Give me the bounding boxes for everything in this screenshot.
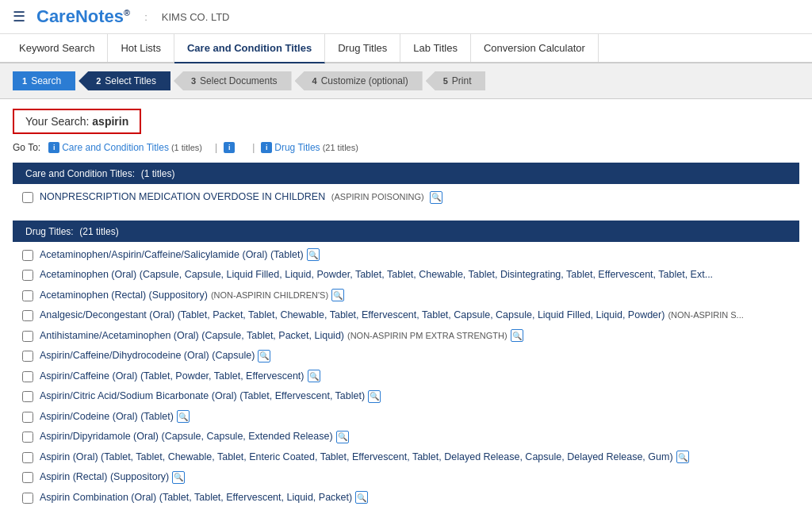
step-2-label: Select Titles [105,75,156,86]
search-term: aspirin [92,115,128,128]
goto-drug-icon: i [224,142,235,153]
drug-item-checkbox-4[interactable] [22,331,33,342]
drug-section-title: Drug Titles: [25,226,74,237]
drug-item-link-3[interactable]: Analgesic/Decongestant (Oral) (Tablet, P… [40,309,665,320]
drug-subtitle-3: (NON-ASPIRIN S... [668,310,743,320]
goto-sep1: | [215,142,217,153]
step-5: 5 Print [426,71,486,90]
drug-list-item: Aspirin/Caffeine (Oral) (Tablet, Powder,… [13,366,799,387]
drug-search-icon-5[interactable]: 🔍 [258,350,270,362]
step-1-number: 1 [22,76,27,86]
step-5-number: 5 [443,76,448,86]
drug-item-link-10[interactable]: Aspirin (Oral) (Tablet, Tablet, Chewable… [40,451,673,462]
drug-search-icon-6[interactable]: 🔍 [308,370,320,382]
header-separator: : [144,11,147,23]
brand-name: CareNotes® [36,6,130,27]
nav-drug-titles[interactable]: Drug Titles [325,34,400,62]
page-header: ☰ CareNotes® : KIMS CO. LTD [0,0,812,34]
drug-search-icon-8[interactable]: 🔍 [177,410,190,423]
drug-search-icon-12[interactable]: 🔍 [355,491,368,504]
drug-item-checkbox-0[interactable] [22,250,33,261]
drug-search-icon-4[interactable]: 🔍 [511,329,523,342]
drug-list-item: Aspirin/Caffeine/Dihydrocodeine (Oral) (… [13,346,799,366]
goto-label: Go To: [13,142,40,153]
step-3-number: 3 [191,76,196,86]
drug-item-link-8[interactable]: Aspirin/Codeine (Oral) (Tablet) [40,411,174,422]
step-4-number: 4 [312,76,317,86]
drug-item-checkbox-3[interactable] [22,310,33,321]
goto-care-icon: i [48,142,59,153]
drug-list-item: Aspirin (Rectal) (Suppository)🔍 [13,467,799,488]
drug-item-checkbox-11[interactable] [22,472,33,483]
care-item-link-0[interactable]: NONPRESCRIPTION MEDICATION OVERDOSE IN C… [40,191,325,202]
nav-care-condition[interactable]: Care and Condition Titles [174,34,325,63]
drug-item-link-11[interactable]: Aspirin (Rectal) (Suppository) [40,471,169,482]
goto-lab-info: i Drug Titles (21 titles) [261,142,358,153]
drug-item-checkbox-2[interactable] [22,290,33,301]
drug-item-link-2[interactable]: Acetaminophen (Rectal) (Suppository) [40,290,208,301]
drug-list-item: Aspirin Combination (Oral) (Tablet, Tabl… [13,488,799,508]
drug-section-count: (21 titles) [79,226,118,237]
goto-row: Go To: i Care and Condition Titles (1 ti… [13,142,799,153]
drug-search-icon-9[interactable]: 🔍 [336,431,349,443]
drug-section-header: Drug Titles: (21 titles) [13,221,799,242]
drug-item-checkbox-1[interactable] [22,270,33,281]
logo-area: ☰ CareNotes® : KIMS CO. LTD [13,6,230,27]
care-item-checkbox-0[interactable] [22,192,33,203]
main-nav: Keyword Search Hot Lists Care and Condit… [0,34,812,63]
goto-drug-info: i [224,142,239,153]
drug-list-item: Acetaminophen/Aspirin/Caffeine/Salicylam… [13,245,799,266]
drug-search-icon-10[interactable]: 🔍 [676,451,689,463]
drug-item-checkbox-8[interactable] [22,412,33,423]
drug-subtitle-4: (NON-ASPIRIN PM EXTRA STRENGTH) [347,331,508,340]
step-2: 2 Select Titles [79,71,170,90]
drug-list-item: Aspirin (Oral) (Tablet, Tablet, Chewable… [13,447,799,468]
drug-list-item: Analgesic/Decongestant (Oral) (Tablet, P… [13,305,799,326]
step-4-label: Customize (optional) [321,75,408,86]
goto-lab-icon: i [261,142,272,153]
drug-item-checkbox-7[interactable] [22,391,33,402]
drug-list-item: Antihistamine/Acetaminophen (Oral) (Caps… [13,326,799,347]
nav-hot-lists[interactable]: Hot Lists [108,34,174,62]
drug-item-link-1[interactable]: Acetaminophen (Oral) (Capsule, Capsule, … [40,269,713,280]
drug-list-item: Acetaminophen (Oral) (Capsule, Capsule, … [13,265,799,286]
drug-item-link-4[interactable]: Antihistamine/Acetaminophen (Oral) (Caps… [40,330,344,341]
drug-item-link-6[interactable]: Aspirin/Caffeine (Oral) (Tablet, Powder,… [40,370,304,382]
drug-item-checkbox-12[interactable] [22,493,33,504]
nav-lab-titles[interactable]: Lab Titles [400,34,471,62]
breadcrumb-steps: 1 Search 2 Select Titles 3 Select Docume… [0,63,812,99]
care-section-header: Care and Condition Titles: (1 titles) [13,163,799,184]
drug-item-link-0[interactable]: Acetaminophen/Aspirin/Caffeine/Salicylam… [40,249,304,260]
search-result-box: Your Search: aspirin [13,109,141,134]
drug-item-link-5[interactable]: Aspirin/Caffeine/Dihydrocodeine (Oral) (… [40,350,255,361]
drug-search-icon-2[interactable]: 🔍 [331,289,344,301]
drug-search-icon-0[interactable]: 🔍 [307,248,320,261]
goto-lab-link[interactable]: Drug Titles [274,142,320,153]
drug-item-checkbox-6[interactable] [22,371,33,382]
nav-conversion[interactable]: Conversion Calculator [471,34,599,62]
goto-sep2: | [252,142,255,153]
drug-item-link-12[interactable]: Aspirin Combination (Oral) (Tablet, Tabl… [40,492,352,503]
drug-list-item: Aspirin/Codeine (Oral) (Tablet)🔍 [13,407,799,428]
drug-search-icon-7[interactable]: 🔍 [368,390,381,403]
step-3-label: Select Documents [200,75,277,86]
drug-search-icon-11[interactable]: 🔍 [172,471,185,484]
drug-item-link-7[interactable]: Aspirin/Citric Acid/Sodium Bicarbonate (… [40,390,365,401]
drug-item-checkbox-5[interactable] [22,351,33,362]
drug-item-link-9[interactable]: Aspirin/Dipyridamole (Oral) (Capsule, Ca… [40,431,333,442]
hamburger-icon[interactable]: ☰ [13,8,25,25]
company-name: KIMS CO. LTD [162,11,230,23]
care-item-subtitle-0: (ASPIRIN POISONING) [331,192,424,201]
drug-subtitle-2: (NON-ASPIRIN CHILDREN'S) [211,290,328,300]
care-section-count: (1 titles) [141,168,175,179]
nav-keyword-search[interactable]: Keyword Search [6,34,108,62]
goto-care-info: i Care and Condition Titles (1 titles) [48,142,202,153]
goto-care-count: (1 titles) [171,143,202,152]
step-2-number: 2 [96,76,101,86]
drug-item-checkbox-9[interactable] [22,432,33,443]
care-item-search-icon-0[interactable]: 🔍 [430,191,442,204]
main-content: Your Search: aspirin Go To: i Care and C… [0,99,812,511]
drug-item-checkbox-10[interactable] [22,452,33,463]
goto-lab-count: (21 titles) [323,143,358,152]
goto-care-link[interactable]: Care and Condition Titles [62,142,169,153]
